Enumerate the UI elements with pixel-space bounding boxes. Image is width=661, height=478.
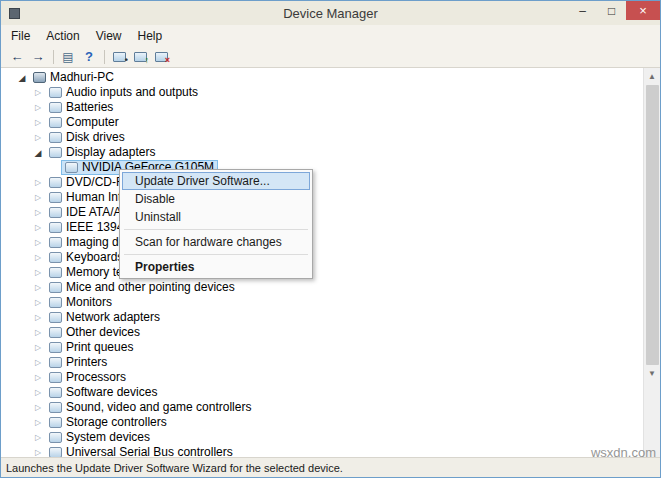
- tree-item-content[interactable]: Processors: [45, 370, 130, 385]
- expand-icon[interactable]: ▷: [31, 313, 45, 322]
- tree-item[interactable]: ▷Mice and other pointing devices: [1, 280, 660, 295]
- menu-action[interactable]: Action: [38, 27, 87, 45]
- tree-item[interactable]: ▷Sound, video and game controllers: [1, 400, 660, 415]
- tree-item[interactable]: ▷Memory technology devices: [1, 265, 660, 280]
- tree-item-content[interactable]: Madhuri-PC: [29, 70, 118, 85]
- tree-item-content[interactable]: Monitors: [45, 295, 116, 310]
- tree-item[interactable]: ▷Disk drives: [1, 130, 660, 145]
- tree-item-content[interactable]: Batteries: [45, 100, 117, 115]
- update-driver-button[interactable]: ↑: [130, 48, 150, 66]
- expand-icon[interactable]: ◢: [31, 148, 45, 158]
- tree-item-content[interactable]: Mice and other pointing devices: [45, 280, 239, 295]
- battery-icon: [49, 102, 62, 113]
- menu-view[interactable]: View: [88, 27, 130, 45]
- expand-icon[interactable]: ▷: [31, 433, 45, 442]
- vertical-scrollbar[interactable]: ▲ ▼: [643, 68, 660, 457]
- expand-icon[interactable]: ▷: [31, 403, 45, 412]
- expand-icon[interactable]: ▷: [31, 178, 45, 187]
- expand-icon[interactable]: ▷: [31, 103, 45, 112]
- tree-item[interactable]: ▷Keyboards: [1, 250, 660, 265]
- scroll-up-icon[interactable]: ▲: [644, 68, 661, 85]
- titlebar[interactable]: Device Manager – □ ×: [1, 1, 660, 25]
- tree-item[interactable]: ▷Storage controllers: [1, 415, 660, 430]
- scroll-down-icon[interactable]: ▼: [644, 365, 661, 382]
- expand-icon[interactable]: ▷: [31, 238, 45, 247]
- tree-item[interactable]: ▷DVD/CD-ROM drives: [1, 175, 660, 190]
- tree-item[interactable]: ▷Human Interface Devices: [1, 190, 660, 205]
- tree-item-content[interactable]: Print queues: [45, 340, 137, 355]
- other-device-icon: [49, 327, 62, 338]
- expand-icon[interactable]: ▷: [31, 268, 45, 277]
- tree-item[interactable]: ▷Imaging devices: [1, 235, 660, 250]
- minimize-button[interactable]: –: [568, 1, 597, 20]
- tree-item-content[interactable]: Storage controllers: [45, 415, 171, 430]
- expand-icon[interactable]: ▷: [31, 343, 45, 352]
- back-button[interactable]: ←: [7, 48, 27, 66]
- tree-item[interactable]: ▷Audio inputs and outputs: [1, 85, 660, 100]
- tree-item[interactable]: ▷System devices: [1, 430, 660, 445]
- tree-item-content[interactable]: Audio inputs and outputs: [45, 85, 202, 100]
- maximize-button[interactable]: □: [597, 1, 626, 20]
- context-menu-item[interactable]: Uninstall: [122, 208, 310, 226]
- expand-icon[interactable]: ▷: [31, 208, 45, 217]
- expand-icon[interactable]: ▷: [31, 358, 45, 367]
- tree-item-content[interactable]: Universal Serial Bus controllers: [45, 445, 237, 457]
- expand-icon[interactable]: ▷: [31, 88, 45, 97]
- context-menu-item[interactable]: Disable: [122, 190, 310, 208]
- tree-item[interactable]: ▷IEEE 1394 host controllers: [1, 220, 660, 235]
- ieee1394-icon: [49, 222, 62, 233]
- tree-item-content[interactable]: Disk drives: [45, 130, 129, 145]
- tree-item[interactable]: ▷Network adapters: [1, 310, 660, 325]
- expand-icon[interactable]: ▷: [31, 223, 45, 232]
- tree-item-content[interactable]: Printers: [45, 355, 111, 370]
- tree-item[interactable]: ▷Print queues: [1, 340, 660, 355]
- tree-item-content[interactable]: Keyboards: [45, 250, 127, 265]
- context-menu-item[interactable]: Scan for hardware changes: [122, 233, 310, 251]
- forward-button[interactable]: →: [28, 48, 48, 66]
- tree-item-content[interactable]: Network adapters: [45, 310, 164, 325]
- expand-icon[interactable]: ◢: [15, 73, 29, 83]
- tree-item[interactable]: ▷Other devices: [1, 325, 660, 340]
- tree-item[interactable]: ▷Batteries: [1, 100, 660, 115]
- tree-item[interactable]: ▷Processors: [1, 370, 660, 385]
- tree-item[interactable]: ▷Software devices: [1, 385, 660, 400]
- tree-item[interactable]: ▷Universal Serial Bus controllers: [1, 445, 660, 457]
- uninstall-button[interactable]: ×: [151, 48, 171, 66]
- expand-icon[interactable]: ▷: [31, 298, 45, 307]
- expand-icon[interactable]: ▷: [31, 388, 45, 397]
- close-button[interactable]: ×: [626, 1, 660, 20]
- expand-icon[interactable]: ▷: [31, 373, 45, 382]
- scrollbar-thumb[interactable]: [646, 85, 659, 365]
- scan-hardware-button[interactable]: •: [109, 48, 129, 66]
- tree-item[interactable]: ◢Madhuri-PC: [1, 70, 660, 85]
- tree-item[interactable]: ▷IDE ATA/ATAPI controllers: [1, 205, 660, 220]
- expand-icon[interactable]: ▷: [31, 193, 45, 202]
- tree-item[interactable]: ▷Computer: [1, 115, 660, 130]
- tree-item-content[interactable]: Other devices: [45, 325, 144, 340]
- tree-item-content[interactable]: Computer: [45, 115, 123, 130]
- expand-icon[interactable]: ▷: [31, 418, 45, 427]
- tree-item[interactable]: NVIDIA GeForce G105M: [1, 160, 660, 175]
- help-button[interactable]: ?: [79, 48, 99, 66]
- tree-item[interactable]: ▷Printers: [1, 355, 660, 370]
- expand-icon[interactable]: ▷: [31, 448, 45, 457]
- tree-item[interactable]: ▷Monitors: [1, 295, 660, 310]
- expand-icon[interactable]: ▷: [31, 133, 45, 142]
- console-window-button[interactable]: ▤: [58, 48, 78, 66]
- tree-item-content[interactable]: Sound, video and game controllers: [45, 400, 255, 415]
- tree-item-content[interactable]: Software devices: [45, 385, 161, 400]
- context-menu-item[interactable]: Properties: [122, 258, 310, 276]
- software-device-icon: [49, 387, 62, 398]
- expand-icon[interactable]: ▷: [31, 118, 45, 127]
- expand-icon[interactable]: ▷: [31, 328, 45, 337]
- tree-item-content[interactable]: System devices: [45, 430, 154, 445]
- menu-help[interactable]: Help: [130, 27, 171, 45]
- expand-icon[interactable]: ▷: [31, 283, 45, 292]
- tree-item-content[interactable]: Display adapters: [45, 145, 159, 160]
- tree-item[interactable]: ◢Display adapters: [1, 145, 660, 160]
- computer-icon: [33, 72, 46, 83]
- context-menu-item[interactable]: Update Driver Software...: [122, 172, 310, 190]
- expand-icon[interactable]: ▷: [31, 253, 45, 262]
- menu-file[interactable]: File: [3, 27, 38, 45]
- tree-item-label: Keyboards: [66, 250, 123, 265]
